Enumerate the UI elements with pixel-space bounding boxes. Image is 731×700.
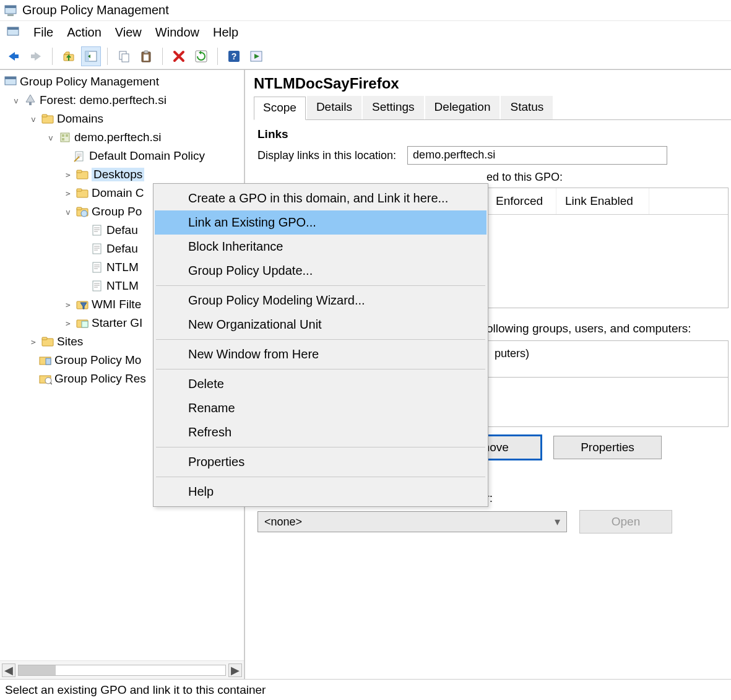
- title-bar: Group Policy Management: [0, 0, 731, 21]
- context-menu-item[interactable]: Group Policy Modeling Wizard...: [155, 288, 487, 313]
- svg-rect-29: [66, 134, 68, 137]
- horizontal-scrollbar[interactable]: ◀ ▶: [0, 660, 244, 679]
- tree-wmi-filters[interactable]: WMI Filte: [92, 298, 141, 311]
- expander-icon[interactable]: v: [28, 115, 38, 124]
- security-filtering-list[interactable]: puters): [487, 340, 729, 378]
- context-menu-item[interactable]: Properties: [155, 450, 487, 474]
- run-icon[interactable]: [246, 46, 266, 66]
- menu-view[interactable]: View: [115, 25, 142, 40]
- column-link-enabled[interactable]: Link Enabled: [556, 188, 649, 214]
- column-enforced[interactable]: Enforced: [487, 188, 556, 214]
- links-table[interactable]: Enforced Link Enabled: [487, 188, 729, 308]
- menu-separator: [156, 285, 485, 286]
- expander-icon[interactable]: >: [28, 337, 38, 347]
- context-menu-item[interactable]: Link an Existing GPO...: [155, 210, 487, 235]
- context-menu-item[interactable]: Delete: [155, 372, 487, 396]
- svg-rect-14: [144, 54, 149, 61]
- context-menu-item[interactable]: New Window from Here: [155, 342, 487, 366]
- wmi-filter-value: <none>: [264, 516, 302, 529]
- copy-icon[interactable]: [114, 46, 134, 66]
- help-icon[interactable]: ?: [224, 46, 244, 66]
- links-section-title: Links: [257, 127, 729, 141]
- list-item[interactable]: puters): [495, 347, 720, 360]
- up-folder-icon[interactable]: [59, 46, 79, 66]
- expander-icon[interactable]: >: [63, 300, 73, 309]
- context-menu[interactable]: Create a GPO in this domain, and Link it…: [153, 183, 488, 507]
- properties-button[interactable]: Properties: [553, 436, 662, 459]
- expander-icon[interactable]: v: [11, 96, 21, 105]
- menu-help[interactable]: Help: [213, 25, 238, 40]
- tree-domain[interactable]: demo.perftech.si: [74, 131, 161, 144]
- svg-rect-50: [46, 358, 51, 365]
- tab-scope[interactable]: Scope: [254, 97, 306, 120]
- expander-icon[interactable]: >: [63, 189, 73, 198]
- display-links-location-dropdown[interactable]: demo.perftech.si: [407, 146, 667, 165]
- tree-gpo-item[interactable]: NTLM: [106, 261, 139, 274]
- wmi-filter-dropdown[interactable]: <none> ▾: [257, 511, 567, 532]
- wmi-filter-icon: [76, 298, 89, 311]
- scroll-right-icon[interactable]: ▶: [228, 663, 242, 677]
- tree-gpo-item[interactable]: NTLM: [106, 279, 139, 293]
- svg-rect-26: [42, 115, 47, 117]
- svg-rect-2: [7, 14, 14, 16]
- context-menu-item[interactable]: Help: [155, 480, 487, 504]
- expander-icon[interactable]: >: [63, 319, 73, 328]
- folder-icon: [41, 112, 54, 126]
- tree-default-domain-policy[interactable]: Default Domain Policy: [89, 149, 205, 163]
- gpm-modeling-icon: [38, 353, 52, 367]
- context-menu-item[interactable]: New Organizational Unit: [155, 313, 487, 337]
- svg-rect-39: [93, 225, 101, 235]
- scroll-track[interactable]: [18, 665, 226, 676]
- tree-ou-domain-controllers[interactable]: Domain C: [92, 186, 144, 200]
- tab-delegation[interactable]: Delegation: [425, 96, 500, 119]
- gpm-results-icon: [38, 372, 52, 386]
- menu-separator: [156, 339, 485, 340]
- app-icon-small: [6, 25, 20, 39]
- context-menu-item[interactable]: Group Policy Update...: [155, 259, 487, 283]
- context-menu-item[interactable]: Refresh: [155, 420, 487, 444]
- open-button: Open: [579, 510, 672, 534]
- separator-icon: [52, 48, 53, 65]
- context-menu-item[interactable]: Create a GPO in this domain, and Link it…: [155, 186, 487, 210]
- svg-rect-1: [5, 6, 16, 8]
- context-menu-item[interactable]: Rename: [155, 396, 487, 420]
- gpo-container-icon: [76, 205, 89, 218]
- expander-icon[interactable]: >: [63, 170, 73, 179]
- tree-ou-desktops[interactable]: Desktops: [92, 168, 144, 181]
- context-menu-item[interactable]: Block Inheritance: [155, 235, 487, 259]
- tree-gpo-item[interactable]: Defau: [106, 223, 138, 237]
- back-icon[interactable]: [4, 46, 24, 66]
- menu-separator: [156, 477, 485, 477]
- tree-sites[interactable]: Sites: [57, 335, 83, 348]
- expander-icon[interactable]: v: [63, 207, 73, 217]
- tree-gp-results[interactable]: Group Policy Res: [54, 372, 146, 386]
- tree-starter-gpos[interactable]: Starter GI: [92, 316, 142, 330]
- tree-root[interactable]: Group Policy Management: [20, 75, 159, 89]
- refresh-icon[interactable]: [191, 46, 211, 66]
- tab-details[interactable]: Details: [307, 96, 361, 119]
- paste-icon[interactable]: [136, 46, 156, 66]
- menu-window[interactable]: Window: [155, 25, 199, 40]
- svg-rect-28: [62, 134, 64, 137]
- delete-icon[interactable]: [169, 46, 189, 66]
- tab-settings[interactable]: Settings: [363, 96, 424, 119]
- tab-status[interactable]: Status: [501, 96, 553, 119]
- tree-domains[interactable]: Domains: [57, 112, 103, 126]
- scroll-left-icon[interactable]: ◀: [2, 663, 15, 677]
- status-text: Select an existing GPO and link it to th…: [5, 683, 266, 697]
- tree-gp-modeling[interactable]: Group Policy Mo: [54, 353, 141, 367]
- links-table-body[interactable]: [487, 215, 728, 308]
- expander-icon[interactable]: v: [46, 133, 56, 142]
- menu-file[interactable]: File: [33, 25, 53, 40]
- tree-gpo-item[interactable]: Defau: [106, 242, 138, 256]
- tree-forest[interactable]: Forest: demo.perftech.si: [40, 93, 167, 107]
- display-links-label: Display links in this location:: [257, 149, 396, 162]
- svg-rect-40: [93, 244, 101, 254]
- show-hide-tree-icon[interactable]: [81, 46, 101, 66]
- tree-group-policy-objects[interactable]: Group Po: [92, 205, 142, 218]
- menu-separator: [156, 369, 485, 369]
- svg-rect-30: [62, 138, 64, 140]
- starter-gpo-icon: [76, 316, 89, 330]
- scroll-thumb[interactable]: [19, 665, 56, 675]
- menu-action[interactable]: Action: [67, 25, 102, 40]
